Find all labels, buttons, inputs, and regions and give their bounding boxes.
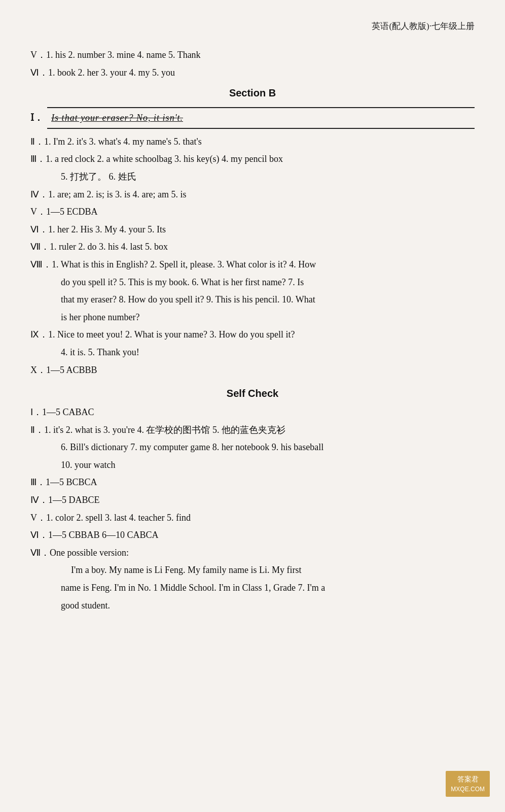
- watermark-line2: MXQE.COM: [451, 785, 485, 794]
- viii-line2: do you spell it? 5. This is my book. 6. …: [30, 275, 475, 290]
- v-line: V．1. his 2. number 3. mine 4. name 5. Th…: [30, 47, 475, 63]
- i-answer-box: Ⅰ． Is that your eraser? No, it isn't.: [30, 104, 475, 132]
- iii-line1: Ⅲ．1. a red clock 2. a white schoolbag 3.…: [30, 151, 475, 167]
- sc-iii-line: Ⅲ．1—5 BCBCA: [30, 475, 475, 490]
- viii-line4: is her phone number?: [30, 310, 475, 325]
- iv-line: Ⅳ．1. are; am 2. is; is 3. is 4. are; am …: [30, 187, 475, 202]
- v2-line: V．1—5 ECDBA: [30, 204, 475, 220]
- ix-line2: 4. it is. 5. Thank you!: [30, 345, 475, 360]
- x-line: X．1—5 ACBBB: [30, 362, 475, 378]
- sc-vii-text2: name is Feng. I'm in No. 1 Middle School…: [30, 580, 475, 596]
- sc-vi-line: Ⅵ．1—5 CBBAB 6—10 CABCA: [30, 527, 475, 543]
- i-answer: Is that your eraser? No, it isn't.: [47, 107, 475, 129]
- watermark-line1: 答案君: [451, 774, 485, 785]
- header-title: 英语(配人教版)·七年级上册: [30, 20, 475, 32]
- sc-iv-line: Ⅳ．1—5 DABCE: [30, 492, 475, 508]
- vii-line: Ⅶ．1. ruler 2. do 3. his 4. last 5. box: [30, 239, 475, 255]
- sc-vii-label: Ⅶ．One possible version:: [30, 545, 475, 561]
- vi-line: Ⅵ．1. book 2. her 3. your 4. my 5. you: [30, 65, 475, 81]
- sc-vii-text3: good student.: [30, 598, 475, 614]
- viii-line3: that my eraser? 8. How do you spell it? …: [30, 292, 475, 308]
- sc-i-line: Ⅰ．1—5 CABAC: [30, 404, 475, 420]
- ii-line: Ⅱ．1. I'm 2. it's 3. what's 4. my name's …: [30, 134, 475, 150]
- sc-ii-line1: Ⅱ．1. it's 2. what is 3. you're 4. 在学校的图书…: [30, 422, 475, 438]
- watermark: 答案君 MXQE.COM: [446, 771, 490, 797]
- iii-line2: 5. 打扰了。 6. 姓氏: [30, 169, 475, 185]
- sc-ii-line3: 10. your watch: [30, 457, 475, 473]
- viii-line1: Ⅷ．1. What is this in English? 2. Spell i…: [30, 257, 475, 273]
- sc-vii-text1: I'm a boy. My name is Li Feng. My family…: [30, 562, 475, 578]
- section-b-header: Section B: [30, 87, 475, 99]
- ix-line1: Ⅸ．1. Nice to meet you! 2. What is your n…: [30, 327, 475, 343]
- i-label: Ⅰ．: [30, 110, 43, 126]
- sc-v-line: V．1. color 2. spell 3. last 4. teacher 5…: [30, 510, 475, 526]
- self-check-header: Self Check: [30, 388, 475, 399]
- vi2-line: Ⅵ．1. her 2. His 3. My 4. your 5. Its: [30, 222, 475, 238]
- sc-ii-line2: 6. Bill's dictionary 7. my computer game…: [30, 439, 475, 455]
